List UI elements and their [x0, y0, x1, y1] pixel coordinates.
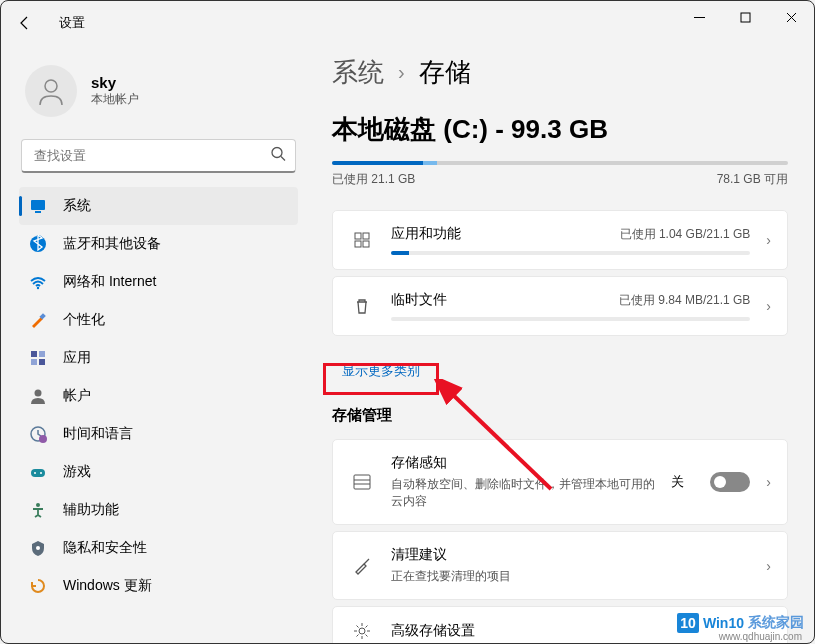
svg-rect-13 — [39, 359, 45, 365]
cleanup-title: 清理建议 — [391, 546, 750, 564]
nav-item-bluetooth[interactable]: 蓝牙和其他设备 — [19, 225, 298, 263]
chevron-right-icon: › — [398, 61, 405, 84]
disk-usage-bar — [332, 161, 788, 165]
category-title: 应用和功能 — [391, 225, 461, 243]
storage-sense-title: 存储感知 — [391, 454, 655, 472]
storage-sense-icon — [349, 472, 375, 492]
category-bar — [391, 317, 750, 321]
nav-item-brush[interactable]: 个性化 — [19, 301, 298, 339]
disk-used-label: 已使用 21.1 GB — [332, 171, 415, 188]
watermark-brand: Win10 — [703, 615, 744, 631]
storage-sense-card[interactable]: 存储感知 自动释放空间、删除临时文件，并管理本地可用的云内容 关 › — [332, 439, 788, 525]
nav-item-access[interactable]: 辅助功能 — [19, 491, 298, 529]
apps-grid-icon — [349, 231, 375, 249]
svg-point-2 — [45, 80, 57, 92]
nav-label: 时间和语言 — [63, 425, 133, 443]
cleanup-card[interactable]: 清理建议 正在查找要清理的项目 › — [332, 531, 788, 600]
svg-rect-24 — [355, 241, 361, 247]
svg-rect-6 — [35, 211, 41, 213]
svg-rect-26 — [354, 475, 370, 489]
nav-label: 应用 — [63, 349, 91, 367]
account-icon — [29, 387, 47, 405]
svg-point-29 — [359, 628, 365, 634]
user-sub: 本地帐户 — [91, 91, 139, 108]
nav-label: 隐私和安全性 — [63, 539, 147, 557]
maximize-icon — [740, 12, 751, 23]
user-name: sky — [91, 74, 139, 91]
svg-point-19 — [40, 472, 42, 474]
watermark-url: www.qdhuajin.com — [719, 631, 802, 642]
titlebar: 设置 — [1, 1, 814, 45]
update-icon — [29, 577, 47, 595]
chevron-right-icon: › — [766, 232, 771, 248]
svg-rect-11 — [39, 351, 45, 357]
nav-item-time[interactable]: 时间和语言 — [19, 415, 298, 453]
storage-sense-toggle[interactable] — [710, 472, 750, 492]
nav-label: Windows 更新 — [63, 577, 152, 595]
access-icon — [29, 501, 47, 519]
svg-point-3 — [272, 148, 282, 158]
nav-item-account[interactable]: 帐户 — [19, 377, 298, 415]
category-bar — [391, 251, 750, 255]
nav-label: 帐户 — [63, 387, 91, 405]
main-content: 系统 › 存储 本地磁盘 (C:) - 99.3 GB 已使用 21.1 GB … — [306, 45, 814, 643]
wifi-icon — [29, 273, 47, 291]
nav-item-apps[interactable]: 应用 — [19, 339, 298, 377]
nav-item-privacy[interactable]: 隐私和安全性 — [19, 529, 298, 567]
chevron-right-icon: › — [766, 298, 771, 314]
svg-rect-23 — [363, 233, 369, 239]
storage-sense-desc: 自动释放空间、删除临时文件，并管理本地可用的云内容 — [391, 476, 655, 510]
broom-icon — [349, 556, 375, 576]
apps-icon — [29, 349, 47, 367]
chevron-right-icon: › — [766, 474, 771, 490]
system-icon — [29, 197, 47, 215]
gear-icon — [349, 621, 375, 641]
user-info[interactable]: sky 本地帐户 — [19, 57, 298, 135]
svg-rect-5 — [31, 200, 45, 210]
category-card[interactable]: 临时文件 已使用 9.84 MB/21.1 GB › — [332, 276, 788, 336]
category-title: 临时文件 — [391, 291, 447, 309]
nav-item-system[interactable]: 系统 — [19, 187, 298, 225]
watermark: 10 Win10 系统家园 — [677, 613, 804, 633]
svg-point-20 — [36, 503, 40, 507]
avatar — [25, 65, 77, 117]
chevron-right-icon: › — [766, 558, 771, 574]
back-button[interactable] — [9, 7, 41, 39]
category-usage: 已使用 9.84 MB/21.1 GB — [619, 292, 750, 309]
svg-rect-17 — [31, 469, 45, 477]
disk-bar-segment-1 — [332, 161, 423, 165]
nav-item-game[interactable]: 游戏 — [19, 453, 298, 491]
category-usage: 已使用 1.04 GB/21.1 GB — [620, 226, 751, 243]
breadcrumb-parent[interactable]: 系统 — [332, 55, 384, 90]
show-more-categories-link[interactable]: 显示更多类别 — [334, 356, 428, 386]
window-controls — [676, 1, 814, 33]
svg-rect-10 — [31, 351, 37, 357]
nav-item-wifi[interactable]: 网络和 Internet — [19, 263, 298, 301]
minimize-button[interactable] — [676, 1, 722, 33]
maximize-button[interactable] — [722, 1, 768, 33]
arrow-left-icon — [17, 15, 33, 31]
disk-bar-segment-2 — [423, 161, 437, 165]
svg-rect-1 — [741, 13, 750, 22]
search-input[interactable] — [21, 139, 296, 173]
minimize-icon — [694, 12, 705, 23]
nav-list: 系统蓝牙和其他设备网络和 Internet个性化应用帐户时间和语言游戏辅助功能隐… — [19, 187, 298, 605]
disk-meta: 已使用 21.1 GB 78.1 GB 可用 — [332, 171, 788, 188]
breadcrumb-current: 存储 — [419, 55, 471, 90]
nav-item-update[interactable]: Windows 更新 — [19, 567, 298, 605]
toggle-label: 关 — [671, 473, 684, 491]
trash-icon — [349, 297, 375, 315]
watermark-suffix: 系统家园 — [748, 614, 804, 632]
sidebar: sky 本地帐户 系统蓝牙和其他设备网络和 Internet个性化应用帐户时间和… — [1, 45, 306, 643]
search-icon — [271, 147, 286, 166]
nav-label: 游戏 — [63, 463, 91, 481]
window-title: 设置 — [59, 14, 85, 32]
nav-label: 个性化 — [63, 311, 105, 329]
category-card[interactable]: 应用和功能 已使用 1.04 GB/21.1 GB › — [332, 210, 788, 270]
close-button[interactable] — [768, 1, 814, 33]
nav-label: 蓝牙和其他设备 — [63, 235, 161, 253]
cleanup-desc: 正在查找要清理的项目 — [391, 568, 750, 585]
svg-point-14 — [35, 390, 42, 397]
game-icon — [29, 463, 47, 481]
close-icon — [786, 12, 797, 23]
